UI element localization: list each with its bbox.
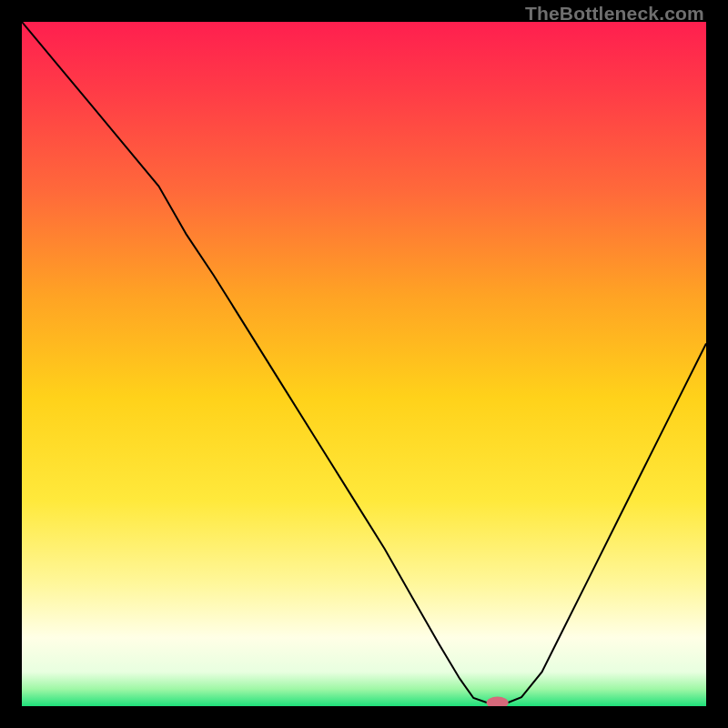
- chart-stage: TheBottleneck.com: [0, 0, 728, 728]
- optimal-marker: [487, 696, 509, 706]
- plot-area: [22, 22, 706, 706]
- bottleneck-curve: [22, 22, 706, 703]
- chart-svg: [22, 22, 706, 706]
